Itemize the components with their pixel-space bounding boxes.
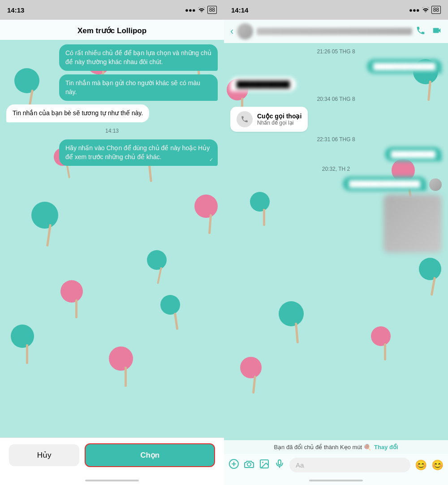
right-timestamp-1: 21:26 05 THG 8 xyxy=(230,48,442,55)
right-bubble-received-1: ████████████ xyxy=(230,77,296,91)
choose-button[interactable]: Chọn xyxy=(85,443,215,467)
right-timestamp-4: 20:32, TH 2 xyxy=(230,166,442,172)
bubble-sent-2: Tin nhắn mà bạn gửi cho người khác sẽ có… xyxy=(59,74,218,101)
contact-avatar-small xyxy=(429,178,442,191)
chat-timestamp: 14:13 xyxy=(6,128,218,134)
message-checkmark: ✓ xyxy=(209,156,213,163)
left-chat-area: Có rất nhiều chủ đề để bạn lựa chọn và n… xyxy=(0,40,224,437)
left-panel: 14:13 ●●● 88 Xem trước Lollipop xyxy=(0,0,224,485)
home-bar-indicator xyxy=(85,480,139,481)
right-bubble-sent-3: ████████████████ xyxy=(343,177,426,191)
call-icon xyxy=(237,111,253,127)
bubble-sent-1: Có rất nhiều chủ đề để bạn lựa chọn và n… xyxy=(59,44,218,71)
right-bubble-sent-1: ██████████████ xyxy=(367,59,442,74)
call-bubble[interactable]: Cuộc gọi thoại Nhấn để gọi lại xyxy=(230,107,308,132)
call-bubble-text: Cuộc gọi thoại Nhấn để gọi lại xyxy=(257,113,302,126)
bubble-received-1: Tin nhắn của bạn bè sẽ tương tự như thế … xyxy=(6,104,149,122)
image-row xyxy=(230,195,442,253)
right-timestamp-2: 20:34 06 THG 8 xyxy=(230,96,442,102)
left-bottom-bar: Hủy Chọn xyxy=(0,437,224,476)
cancel-button[interactable]: Hủy xyxy=(9,444,79,466)
right-timestamp-3: 22:31 06 THG 8 xyxy=(230,136,442,143)
right-bubble-sent-2: ██████████ xyxy=(385,147,442,161)
avatar-bubble-row: ████████████████ xyxy=(230,177,442,191)
right-home-bar-indicator xyxy=(309,480,363,481)
right-chat-area: 21:26 05 THG 8 ██████████████ ██████████… xyxy=(224,43,448,440)
bubble-sent-3: Hãy nhấn vào Chọn để dùng chủ đề này hoặ… xyxy=(59,139,218,166)
right-panel: 14:14 ●●● 88 ‹ xyxy=(224,0,448,485)
blurred-image xyxy=(383,195,442,253)
